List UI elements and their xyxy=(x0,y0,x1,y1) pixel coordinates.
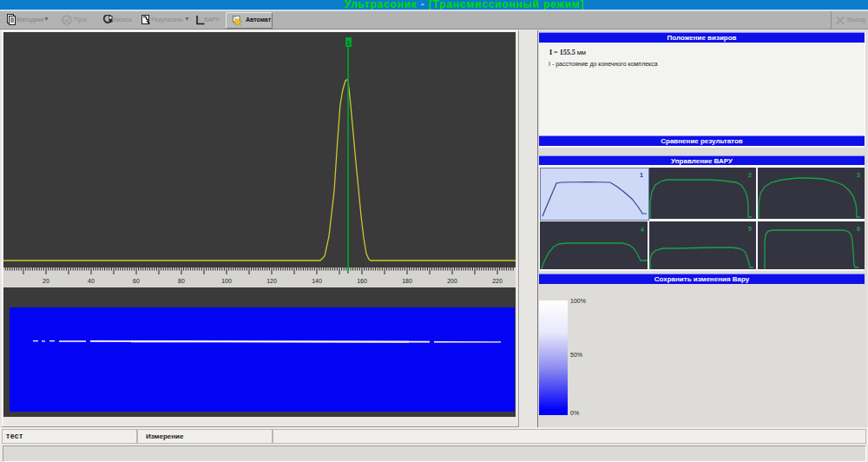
svg-text:200: 200 xyxy=(447,278,457,284)
svg-text:4: 4 xyxy=(641,227,644,233)
svg-text:5: 5 xyxy=(748,226,752,232)
svg-text:1: 1 xyxy=(346,39,351,47)
svg-text:2: 2 xyxy=(748,172,752,178)
svg-text:40: 40 xyxy=(88,278,95,284)
svg-text:120: 120 xyxy=(266,278,277,284)
svg-text:60: 60 xyxy=(133,278,140,284)
svg-text:160: 160 xyxy=(357,278,367,284)
svg-text:20: 20 xyxy=(43,278,49,284)
svg-text:220: 220 xyxy=(492,278,503,284)
svg-text:180: 180 xyxy=(402,278,412,284)
svg-text:140: 140 xyxy=(312,278,322,284)
svg-text:3: 3 xyxy=(857,172,860,178)
svg-text:6: 6 xyxy=(857,226,860,232)
svg-text:80: 80 xyxy=(178,278,185,284)
svg-text:1: 1 xyxy=(640,172,643,178)
svg-text:100: 100 xyxy=(221,278,232,284)
